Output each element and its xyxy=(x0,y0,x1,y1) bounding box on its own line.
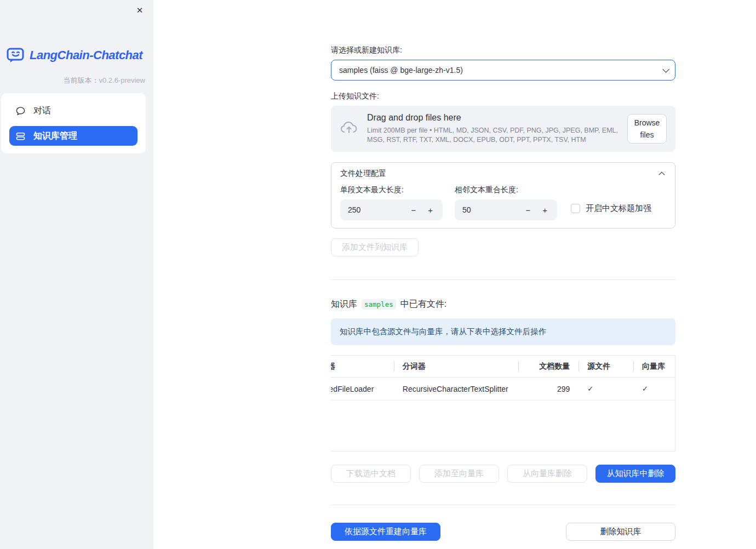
divider xyxy=(331,279,675,280)
expander-header[interactable]: 文件处理配置 xyxy=(331,163,675,181)
sidebar-item-knowledge-base[interactable]: 知识库管理 xyxy=(9,126,138,146)
divider xyxy=(331,505,675,505)
version-value: v0.2.6-preview xyxy=(99,76,145,84)
upload-label: 上传知识文件: xyxy=(331,92,675,101)
table-header-loader: 文档加载器 xyxy=(331,356,394,377)
collection-icon xyxy=(15,130,26,141)
kb-name-code: samples xyxy=(362,299,396,310)
expander-title: 文件处理配置 xyxy=(340,169,386,179)
kb-selectbox-value: samples (faiss @ bge-large-zh-v1.5) xyxy=(339,66,662,75)
delete-from-vector-store-button[interactable]: 从向量库删除 xyxy=(507,465,587,483)
table-header-source-file: 源文件 xyxy=(579,356,633,377)
rebuild-vector-store-button[interactable]: 依据源文件重建向量库 xyxy=(331,523,440,541)
file-config-expander: 文件处理配置 单段文本最大长度: 250 − + 相邻文本重合长度: 50 xyxy=(331,162,675,228)
zh-title-enhance-label: 开启中文标题加强 xyxy=(586,203,651,214)
dropzone-text: Drag and drop files here Limit 200MB per… xyxy=(367,113,618,145)
chat-bubble-icon xyxy=(15,105,26,116)
checkbox-unchecked-icon[interactable] xyxy=(571,204,580,213)
overlap-size-value: 50 xyxy=(462,205,523,214)
app-logo: LangChain-Chatchat xyxy=(7,47,147,64)
check-icon: ✓ xyxy=(642,385,648,393)
browse-files-button[interactable]: Browse files xyxy=(627,114,667,144)
kb-files-heading: 知识库 samples 中已有文件: xyxy=(331,299,675,310)
chevron-up-icon xyxy=(658,171,665,178)
version-label: 当前版本： xyxy=(63,76,99,84)
cell-source-file: ✓ xyxy=(579,378,633,400)
add-to-vector-store-button[interactable]: 添加至向量库 xyxy=(419,465,499,483)
chatchat-logo-icon xyxy=(7,47,25,64)
sidebar-menu: 对话 知识库管理 xyxy=(1,93,146,153)
table-row[interactable]: UnstructuredFileLoader RecursiveCharacte… xyxy=(331,378,675,401)
info-banner: 知识库中包含源文件与向量库，请从下表中选择文件后操作 xyxy=(331,318,675,345)
kb-select-label: 请选择或新建知识库: xyxy=(331,45,675,55)
chevron-down-icon xyxy=(662,66,669,73)
sidebar-item-label: 对话 xyxy=(33,105,51,117)
cell-vector-store: ✓ xyxy=(633,378,675,400)
plus-stepper-icon[interactable]: + xyxy=(540,205,549,215)
delete-kb-button[interactable]: 删除知识库 xyxy=(566,523,675,541)
plus-stepper-icon[interactable]: + xyxy=(426,205,435,215)
check-icon: ✓ xyxy=(587,385,593,393)
overlap-size-input[interactable]: 50 − + xyxy=(455,199,557,220)
file-dropzone[interactable]: Drag and drop files here Limit 200MB per… xyxy=(331,106,675,152)
add-files-to-kb-button[interactable]: 添加文件到知识库 xyxy=(331,238,419,256)
table-header-row: 文档加载器 分词器 文档数量 源文件 向量库 xyxy=(331,356,675,378)
table-empty-area xyxy=(331,401,675,451)
minus-stepper-icon[interactable]: − xyxy=(523,205,532,215)
chunk-size-value: 250 xyxy=(348,205,409,214)
sidebar: ✕ LangChain-Chatchat 当前版本：v0.2.6-preview… xyxy=(0,0,153,549)
dropzone-title: Drag and drop files here xyxy=(367,113,618,123)
cell-docs-count: 299 xyxy=(518,378,579,400)
kb-files-table: 文档加载器 分词器 文档数量 源文件 向量库 UnstructuredFileL… xyxy=(331,355,675,451)
kb-heading-suffix: 中已有文件: xyxy=(400,299,446,310)
sidebar-item-label: 知识库管理 xyxy=(33,130,77,142)
kb-selectbox[interactable]: samples (faiss @ bge-large-zh-v1.5) xyxy=(331,60,675,81)
zh-title-enhance-checkbox-row[interactable]: 开启中文标题加强 xyxy=(571,203,651,214)
minus-stepper-icon[interactable]: − xyxy=(409,205,418,215)
close-sidebar-icon[interactable]: ✕ xyxy=(134,4,146,16)
overlap-size-label: 相邻文本重合长度: xyxy=(455,185,557,195)
table-header-splitter: 分词器 xyxy=(394,356,519,377)
table-header-vector-store: 向量库 xyxy=(633,356,675,377)
table-header-docs-count: 文档数量 xyxy=(518,356,579,377)
dropzone-limit: Limit 200MB per file • HTML, MD, JSON, C… xyxy=(367,126,618,145)
delete-from-kb-button[interactable]: 从知识库中删除 xyxy=(595,465,675,483)
kb-heading-prefix: 知识库 xyxy=(331,299,357,310)
main-panel: 请选择或新建知识库: samples (faiss @ bge-large-zh… xyxy=(153,0,756,549)
chunk-size-input[interactable]: 250 − + xyxy=(340,199,443,220)
chunk-size-label: 单段文本最大长度: xyxy=(340,185,443,195)
upload-cloud-icon xyxy=(340,119,358,138)
cell-loader: UnstructuredFileLoader xyxy=(331,378,394,400)
cell-splitter: RecursiveCharacterTextSplitter xyxy=(394,378,519,400)
app-title: LangChain-Chatchat xyxy=(30,48,142,62)
overlap-size-field: 相邻文本重合长度: 50 − + xyxy=(455,185,557,220)
chunk-size-field: 单段文本最大长度: 250 − + xyxy=(340,185,443,220)
expander-body: 单段文本最大长度: 250 − + 相邻文本重合长度: 50 − + xyxy=(331,181,675,228)
version-info: 当前版本：v0.2.6-preview xyxy=(63,76,145,85)
sidebar-item-dialogue[interactable]: 对话 xyxy=(9,101,138,121)
kb-admin-row: 依据源文件重建向量库 删除知识库 xyxy=(331,523,675,541)
file-actions-row: 下载选中文档 添加至向量库 从向量库删除 从知识库中删除 xyxy=(331,465,675,483)
download-selected-button[interactable]: 下载选中文档 xyxy=(331,465,411,483)
